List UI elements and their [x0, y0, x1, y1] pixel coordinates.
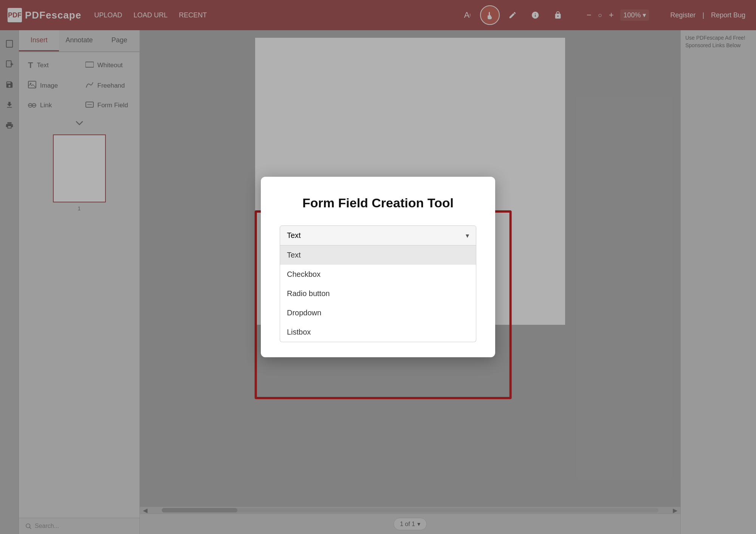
dropdown-selected[interactable]: Text ▾ — [280, 225, 476, 245]
dropdown-item-radio[interactable]: Radio button — [280, 284, 476, 303]
dropdown-container: Text ▾ Text Checkbox Radio button Dropdo… — [280, 225, 476, 342]
chevron-down-icon: ▾ — [466, 232, 469, 240]
dropdown-selected-value: Text — [287, 231, 301, 240]
dropdown-item-listbox[interactable]: Listbox — [280, 323, 476, 342]
modal-overlay[interactable]: Form Field Creation Tool Text ▾ Text Che… — [0, 0, 756, 534]
dropdown-item-checkbox[interactable]: Checkbox — [280, 265, 476, 284]
dropdown-item-dropdown[interactable]: Dropdown — [280, 303, 476, 323]
modal-dialog: Form Field Creation Tool Text ▾ Text Che… — [261, 177, 495, 357]
dropdown-list-inner[interactable]: Text Checkbox Radio button Dropdown List… — [280, 245, 476, 342]
modal-title: Form Field Creation Tool — [280, 196, 476, 210]
dropdown-item-text[interactable]: Text — [280, 245, 476, 265]
dropdown-list: Text Checkbox Radio button Dropdown List… — [280, 245, 476, 342]
